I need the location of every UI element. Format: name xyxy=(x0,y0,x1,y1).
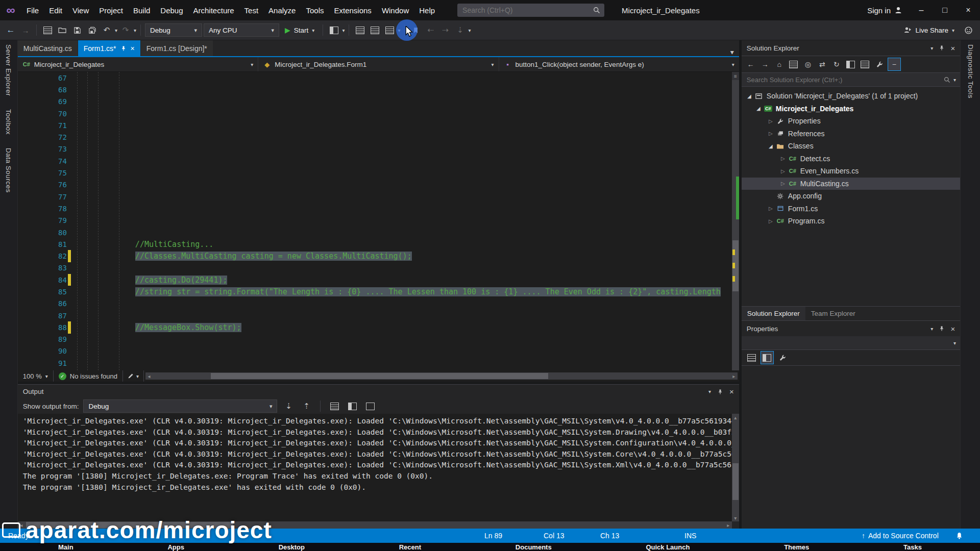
scrollbar-thumb[interactable] xyxy=(732,463,739,500)
code-line[interactable]: 91 xyxy=(18,357,732,369)
overlay-item-quick-launch[interactable]: Quick Launch xyxy=(646,543,690,551)
expander-icon[interactable]: ▷ xyxy=(778,156,788,161)
expander-icon[interactable]: ▷ xyxy=(766,218,775,224)
expander-icon[interactable]: ◢ xyxy=(745,93,754,99)
solution-platform-dropdown[interactable]: Any CPU ▾ xyxy=(204,23,279,37)
menu-view[interactable]: View xyxy=(67,0,94,20)
overlay-item-documents[interactable]: Documents xyxy=(516,543,552,551)
code-line[interactable]: 84//casting.Do(29441); xyxy=(18,274,732,286)
pin-icon[interactable] xyxy=(120,45,127,52)
se-show-all-files-button[interactable] xyxy=(859,58,871,70)
scroll-left-icon[interactable]: ◂ xyxy=(145,372,153,380)
uncomment-lines-button[interactable] xyxy=(383,23,396,37)
tab-toolbox[interactable]: Toolbox xyxy=(5,109,12,135)
clear-bookmarks-button[interactable]: ⇣ xyxy=(453,23,467,37)
issues-status[interactable]: ✓ No issues found xyxy=(54,370,123,382)
find-in-files-button[interactable] xyxy=(353,23,366,37)
se-home-button[interactable]: ⌂ xyxy=(773,58,786,70)
se-collapse-all-button[interactable] xyxy=(845,58,857,70)
toolbar-overflow-icon[interactable]: ▾ xyxy=(468,28,471,33)
tree-item-properties[interactable]: ▷ Properties xyxy=(742,115,960,128)
tree-item-project[interactable]: ◢ C# Microject_ir_Delegates xyxy=(742,103,960,115)
expander-icon[interactable]: ▷ xyxy=(766,118,775,124)
overlay-item-themes[interactable]: Themes xyxy=(784,543,809,551)
tab-server-explorer[interactable]: Server Explorer xyxy=(5,44,12,96)
close-panel-icon[interactable]: × xyxy=(950,324,955,333)
tree-item-even-numbers-cs[interactable]: ▷ C# Even_Numbers.cs xyxy=(742,165,960,178)
nav-type-dropdown[interactable]: ◆ Microject_ir_Delegates.Form1 ▾ xyxy=(258,57,499,71)
alphabetical-view-button[interactable] xyxy=(761,351,774,364)
window-position-icon[interactable]: ▾ xyxy=(708,389,711,394)
scrollbar-thumb[interactable] xyxy=(211,373,548,379)
expander-icon[interactable]: ◢ xyxy=(754,106,763,111)
output-vertical-scrollbar[interactable]: ▴ ▾ xyxy=(732,414,739,521)
redo-dropdown-caret-icon[interactable]: ▾ xyxy=(134,28,136,33)
overlay-item-apps[interactable]: Apps xyxy=(167,543,184,551)
start-debugging-button[interactable]: ▶ Start ▾ xyxy=(281,23,318,37)
sign-in-button[interactable]: Sign in xyxy=(860,6,910,15)
share-feedback-icon[interactable] xyxy=(964,26,973,35)
code-line[interactable]: 81//MultiCasting... xyxy=(18,238,732,250)
code-line[interactable]: 77 xyxy=(18,191,732,203)
menu-test[interactable]: Test xyxy=(239,0,264,20)
tab-form1-cs[interactable]: Form1.cs* × xyxy=(78,40,140,56)
code-line[interactable]: 90 xyxy=(18,345,732,357)
quick-search-input[interactable] xyxy=(461,6,593,15)
menu-project[interactable]: Project xyxy=(94,0,128,20)
se-properties-button[interactable] xyxy=(873,58,886,70)
health-indicator-dropdown[interactable]: ▾ xyxy=(123,370,144,382)
open-file-button[interactable] xyxy=(56,23,69,37)
solution-explorer-search-box[interactable]: ▾ xyxy=(742,73,960,87)
editor-horizontal-scrollbar[interactable]: ◂ ▸ xyxy=(145,372,738,380)
properties-object-dropdown[interactable]: ▾ xyxy=(742,336,960,350)
tab-diagnostic-tools[interactable]: Diagnostic Tools xyxy=(967,44,974,98)
code-line[interactable]: 67 xyxy=(18,72,732,84)
code-line[interactable]: 72 xyxy=(18,131,732,143)
tree-item-form1-cs[interactable]: ▷ Form1.cs xyxy=(742,203,960,215)
output-text-area[interactable]: 'Microject_ir_Delegates.exe' (CLR v4.0.3… xyxy=(18,414,732,521)
menu-file[interactable]: File xyxy=(21,0,44,20)
tree-item-detect-cs[interactable]: ▷ C# Detect.cs xyxy=(742,153,960,165)
undo-dropdown-caret-icon[interactable]: ▾ xyxy=(115,28,117,33)
status-line[interactable]: Ln 89 xyxy=(484,529,502,543)
code-line[interactable]: 70 xyxy=(18,108,732,119)
se-sync-with-active-document-button[interactable]: ⇄ xyxy=(816,58,828,70)
code-line[interactable]: 80 xyxy=(18,227,732,238)
categorized-view-button[interactable] xyxy=(746,352,758,364)
toggle-autoscroll-button[interactable] xyxy=(363,399,377,413)
previous-bookmark-button[interactable]: ⇠ xyxy=(424,23,437,37)
overlay-item-tasks[interactable]: Tasks xyxy=(903,543,922,551)
save-button[interactable] xyxy=(70,23,84,37)
tab-solution-explorer[interactable]: Solution Explorer xyxy=(742,307,805,320)
se-back-button[interactable]: ← xyxy=(745,58,757,70)
menu-tools[interactable]: Tools xyxy=(301,0,329,20)
tree-item-solution[interactable]: ◢ Solution 'Microject_ir_Delegates' (1 o… xyxy=(742,90,960,103)
navigate-forward-button[interactable]: → xyxy=(19,23,32,37)
scroll-down-icon[interactable]: ▾ xyxy=(732,514,739,521)
tree-item-app-config[interactable]: App.config xyxy=(742,190,960,203)
code-editor[interactable]: 67 68 69 70 71 72 73 74 75 76 77 78 79 8… xyxy=(18,72,739,370)
nav-member-dropdown[interactable]: ▪ button1_Click(object sender, EventArgs… xyxy=(499,57,739,71)
code-line[interactable]: 76 xyxy=(18,179,732,191)
close-button[interactable]: × xyxy=(957,0,980,20)
caret-down-icon[interactable]: ▾ xyxy=(342,28,345,33)
menu-help[interactable]: Help xyxy=(414,0,440,20)
pin-icon[interactable] xyxy=(939,45,945,51)
menu-edit[interactable]: Edit xyxy=(44,0,67,20)
tree-item-references[interactable]: ▷ References xyxy=(742,128,960,140)
tree-item-multicasting-cs[interactable]: ▷ C# MultiCasting.cs xyxy=(742,178,960,190)
quick-search-box[interactable] xyxy=(457,4,604,17)
performance-profiler-button[interactable] xyxy=(327,23,340,37)
window-position-icon[interactable]: ▾ xyxy=(930,326,933,332)
status-character[interactable]: Ch 13 xyxy=(600,529,619,543)
code-line[interactable]: 87 xyxy=(18,310,732,321)
solution-explorer-search-input[interactable] xyxy=(746,76,944,84)
split-window-handle[interactable]: ≡ xyxy=(732,72,739,80)
menu-architecture[interactable]: Architecture xyxy=(188,0,239,20)
minimize-button[interactable]: – xyxy=(910,0,933,20)
tab-team-explorer[interactable]: Team Explorer xyxy=(805,307,861,320)
redo-button[interactable]: ↷ xyxy=(119,23,132,37)
scroll-up-icon[interactable]: ▴ xyxy=(732,414,739,421)
scroll-right-icon[interactable]: ▸ xyxy=(730,372,738,380)
overlay-item-main[interactable]: Main xyxy=(58,543,74,551)
